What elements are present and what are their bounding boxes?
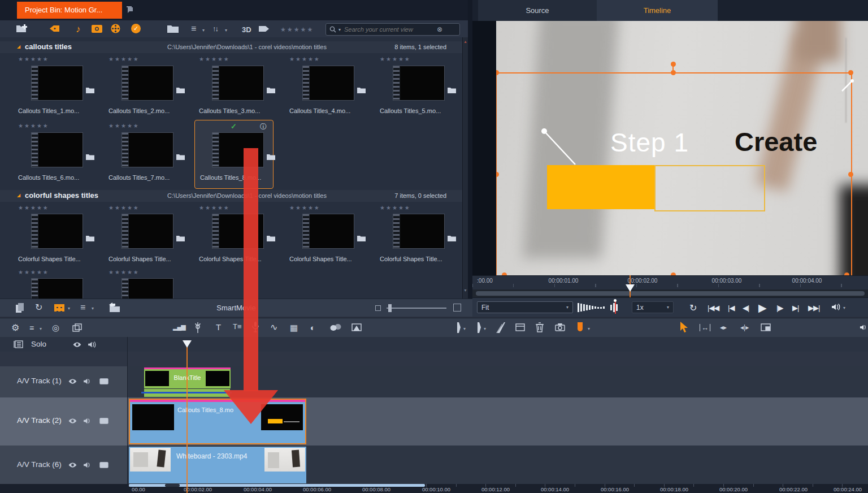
- clip-thumb-start: [145, 371, 169, 386]
- trim-mode-icon[interactable]: ◂▸: [720, 324, 727, 331]
- clip-thumb-start: [130, 448, 171, 472]
- track-1-lane[interactable]: [0, 366, 868, 398]
- pinnacle-studio-window: { "icons": { "stars": "★★★★★", "check": …: [0, 0, 868, 493]
- track-6-header[interactable]: A/V Track (6): [0, 446, 127, 485]
- track-master-row: Solo: [0, 337, 868, 352]
- trim-out-dropdown-icon[interactable]: ▾: [484, 326, 486, 331]
- clip-thumb-start: [132, 404, 174, 430]
- clip-thumb-end: [206, 371, 229, 386]
- ruler-tick-label: 00:00:08.00: [362, 486, 390, 492]
- ruler-tick-label: 00:00:24.00: [834, 486, 862, 492]
- ruler-tick-label: 00:00:06.00: [303, 486, 331, 492]
- timeline-ruler[interactable]: 00.00 00:00:02.00 00:00:04.00 00:00:06.0…: [0, 484, 868, 493]
- keyframe-tool-icon[interactable]: [194, 322, 201, 335]
- track-1-label: A/V Track (1): [17, 377, 62, 385]
- storyboard-icon[interactable]: [72, 323, 82, 334]
- audio-scrub-icon[interactable]: ◎: [52, 323, 59, 332]
- dynamic-trim-icon[interactable]: ◂|▸: [740, 324, 749, 331]
- clip-whiteboard[interactable]: Whiteboard - 2303.mp4: [129, 447, 306, 483]
- track-1-speaker-icon[interactable]: [84, 378, 92, 385]
- timeline-volume-icon[interactable]: [860, 323, 868, 333]
- customize-toolbar-dropdown-icon[interactable]: ▾: [40, 326, 42, 331]
- track-2-eye-icon[interactable]: [68, 418, 77, 424]
- split-screen-template-icon[interactable]: ▦: [290, 323, 298, 332]
- multicam-icon[interactable]: ◐: [310, 323, 315, 332]
- clip-thumb-end: [264, 448, 305, 472]
- ruler-tick-label: 00:00:20.00: [719, 486, 748, 492]
- track-list-icon[interactable]: [14, 340, 23, 350]
- thumb-callout-line: [284, 421, 300, 422]
- track-2-monitor-icon[interactable]: [99, 418, 108, 424]
- track-6-speaker-icon[interactable]: [84, 461, 92, 469]
- drag-arrow-shaft: [244, 148, 258, 391]
- timeline-scrollbar-thumb[interactable]: [165, 484, 180, 487]
- delete-trash-icon[interactable]: [536, 322, 544, 334]
- preview-playhead[interactable]: [626, 284, 635, 292]
- ruler-tick-label: 00:00:04.00: [244, 486, 272, 492]
- track-1-eye-icon[interactable]: [68, 378, 77, 384]
- audio-mixer-icon[interactable]: ▂▄▆: [173, 324, 185, 330]
- track-6-label: A/V Track (6): [17, 460, 62, 469]
- scorefitter-wave-icon[interactable]: ∿: [270, 323, 277, 332]
- track-1-header[interactable]: A/V Track (1): [0, 366, 127, 398]
- select-tool-cursor-icon[interactable]: [680, 322, 688, 334]
- thumb-presenter: [292, 450, 300, 468]
- video-mask-icon[interactable]: [351, 323, 362, 333]
- track-header-divider: [127, 337, 128, 484]
- customize-toolbar-icon[interactable]: ≡: [29, 324, 34, 332]
- ruler-tick-label: 00:00:02.00: [184, 486, 212, 492]
- track-2-label: A/V Track (2): [17, 416, 62, 425]
- pip-scale-icon[interactable]: [761, 323, 771, 333]
- trim-in-icon[interactable]: [457, 322, 461, 335]
- timeline-toolbar: ⚙ ≡ ▾ ◎ ▂▄▆ T T≡ ∿ ▦ ◐ ▾ ▾: [0, 318, 868, 338]
- snapshot-camera-icon[interactable]: [555, 323, 565, 333]
- timeline-playhead-line[interactable]: [186, 340, 188, 493]
- timeline-playhead[interactable]: [183, 340, 192, 348]
- clip-callouts-title[interactable]: Callouts Titles_8.mo: [129, 399, 306, 444]
- clip-title-stripe: [130, 400, 305, 402]
- track-1-monitor-icon[interactable]: [99, 378, 108, 384]
- solo-label: Solo: [31, 340, 46, 348]
- master-eye-icon[interactable]: [72, 341, 82, 348]
- collapsed-track-strip[interactable]: [0, 352, 868, 367]
- thumb-board-shadow: [133, 452, 148, 467]
- ruler-tick-label: 00:00:14.00: [541, 486, 569, 492]
- ruler-tick-label: 00:00:12.00: [481, 486, 510, 492]
- ruler-tick-label: 00:00:22.00: [779, 486, 808, 492]
- trim-in-dropdown-icon[interactable]: ▾: [463, 326, 466, 331]
- marker-dropdown-icon[interactable]: ▾: [588, 326, 590, 331]
- ruler-tick-label: 00.00: [132, 486, 145, 492]
- timeline-settings-gear-icon[interactable]: ⚙: [11, 323, 19, 332]
- master-speaker-icon[interactable]: [88, 341, 97, 348]
- thumb-board-shadow: [268, 452, 279, 468]
- subtitle-tool-icon[interactable]: T≡: [233, 323, 242, 330]
- drag-arrow-head: [224, 390, 278, 424]
- title-tool-icon[interactable]: T: [216, 323, 221, 331]
- ruler-tick-label: 00:00:16.00: [601, 486, 629, 492]
- motion-track-icon[interactable]: [330, 324, 341, 333]
- ruler-tick-label: 00:00:18.00: [660, 486, 688, 492]
- track-6-monitor-icon[interactable]: [99, 462, 108, 468]
- clip-properties-icon[interactable]: [515, 323, 525, 333]
- marker-icon[interactable]: [578, 322, 583, 331]
- track-2-speaker-icon[interactable]: [84, 417, 92, 425]
- trim-out-icon[interactable]: [477, 322, 481, 335]
- track-2-header[interactable]: A/V Track (2): [0, 397, 127, 446]
- razor-split-icon[interactable]: [496, 322, 505, 335]
- fit-timeline-icon[interactable]: ↔: [700, 324, 710, 331]
- timeline-panel: ⚙ ≡ ▾ ◎ ▂▄▆ T T≡ ∿ ▦ ◐ ▾ ▾: [0, 0, 868, 493]
- track-6-eye-icon[interactable]: [68, 462, 77, 468]
- thumb-presenter: [157, 449, 166, 467]
- ruler-tick-label: 00:00:10.00: [422, 486, 450, 492]
